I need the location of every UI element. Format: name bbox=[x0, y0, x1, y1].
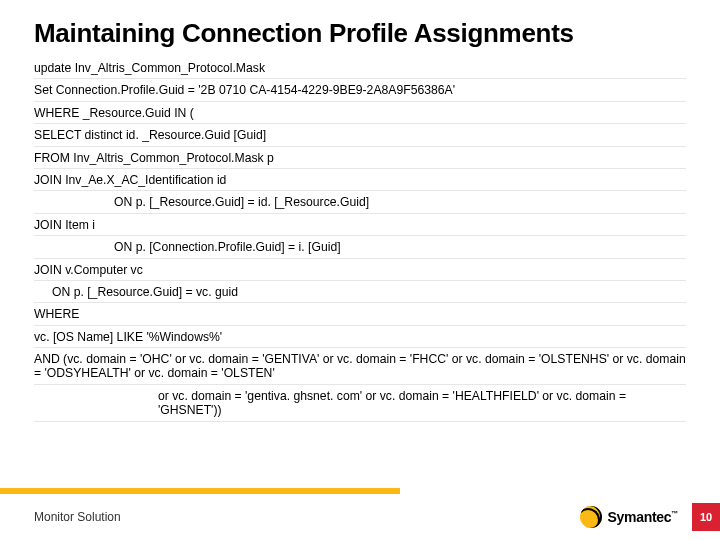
brand-logo: Symantec™ bbox=[580, 506, 692, 528]
code-line: vc. [OS Name] LIKE '%Windows%' bbox=[34, 326, 686, 348]
code-line: SELECT distinct id. _Resource.Guid [Guid… bbox=[34, 124, 686, 146]
code-line: WHERE _Resource.Guid IN ( bbox=[34, 102, 686, 124]
code-line: Set Connection.Profile.Guid = '2B 0710 C… bbox=[34, 79, 686, 101]
code-line: or vc. domain = 'gentiva. ghsnet. com' o… bbox=[34, 385, 686, 422]
code-line: update Inv_Altris_Common_Protocol.Mask bbox=[34, 57, 686, 79]
page-title: Maintaining Connection Profile Assignmen… bbox=[34, 18, 686, 49]
code-line: JOIN Inv_Ae.X_AC_Identification id bbox=[34, 169, 686, 191]
code-line: JOIN v.Computer vc bbox=[34, 259, 686, 281]
logo-text: Symantec™ bbox=[608, 509, 678, 525]
code-line: ON p. [_Resource.Guid] = vc. guid bbox=[34, 281, 686, 303]
code-line: FROM Inv_Altris_Common_Protocol.Mask p bbox=[34, 147, 686, 169]
footer: Monitor Solution Symantec™ 10 bbox=[0, 494, 720, 540]
code-line: ON p. [Connection.Profile.Guid] = i. [Gu… bbox=[34, 236, 686, 258]
code-line: ON p. [_Resource.Guid] = id. [_Resource.… bbox=[34, 191, 686, 213]
footer-label: Monitor Solution bbox=[0, 510, 580, 524]
logo-icon bbox=[580, 506, 602, 528]
code-line: JOIN Item i bbox=[34, 214, 686, 236]
sql-code-block: update Inv_Altris_Common_Protocol.MaskSe… bbox=[34, 57, 686, 422]
code-line: WHERE bbox=[34, 303, 686, 325]
code-line: AND (vc. domain = 'OHC' or vc. domain = … bbox=[34, 348, 686, 385]
page-number-badge: 10 bbox=[692, 503, 720, 531]
